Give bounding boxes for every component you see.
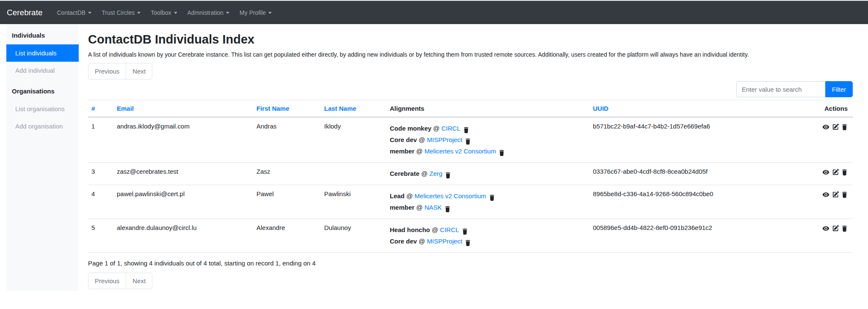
pagination-top: Previous Next (88, 63, 853, 79)
chevron-down-icon (226, 12, 229, 14)
uuid-cell: 005896e5-dd4b-4822-8ef0-091b236e91c2 (590, 219, 776, 253)
nav-toolbox[interactable]: Toolbox (151, 9, 177, 16)
org-link[interactable]: CIRCL (440, 226, 459, 233)
org-link[interactable]: Zerg (430, 170, 443, 177)
alignment-role: Head honcho (390, 226, 430, 233)
remove-alignment-button[interactable] (462, 228, 468, 235)
nav-administration[interactable]: Admnistration (187, 9, 230, 16)
nav-administration-label: Admnistration (187, 9, 224, 16)
remove-alignment-button[interactable] (445, 172, 451, 178)
trash-icon (841, 225, 848, 232)
org-link[interactable]: MISPProject (427, 238, 462, 245)
remove-alignment-button[interactable] (463, 126, 469, 133)
table-body: 1andras.iklody@gmail.comAndrasIklodyCode… (88, 117, 853, 253)
org-link[interactable]: CIRCL (441, 125, 460, 132)
row-id-cell: 5 (88, 219, 113, 253)
next-button-bottom[interactable]: Next (126, 273, 152, 289)
remove-alignment-button[interactable] (489, 194, 495, 201)
trash-icon (499, 150, 505, 156)
alignment-item: Code monkey @ CIRCL (390, 123, 586, 134)
alignment-separator: @ (417, 136, 427, 143)
alignment-item: member @ NASK (390, 202, 586, 213)
page-description: A list of individuals known by your Cere… (88, 51, 853, 58)
alignment-role: member (390, 204, 414, 211)
eye-icon (822, 123, 829, 131)
previous-button-bottom[interactable]: Previous (88, 273, 126, 289)
nav-contactdb-label: ContactDB (57, 9, 86, 16)
chevron-down-icon (137, 12, 141, 14)
column-header-last-name[interactable]: Last Name (321, 100, 386, 118)
trash-icon (489, 194, 495, 201)
delete-button[interactable] (841, 190, 848, 198)
sidebar-item-add-individual[interactable]: Add individual (6, 62, 79, 79)
sidebar-item-list-organisations[interactable]: List organisations (6, 100, 79, 118)
column-header-actions: Actions (776, 100, 853, 118)
edit-button[interactable] (832, 190, 839, 198)
page-title: ContactDB Individuals Index (88, 32, 853, 47)
nav-my-profile[interactable]: My Profile (240, 9, 272, 16)
trash-icon (444, 206, 451, 212)
remove-alignment-button[interactable] (465, 239, 471, 246)
email-cell: andras.iklody@gmail.com (113, 117, 253, 163)
view-button[interactable] (822, 190, 829, 198)
edit-button[interactable] (832, 168, 839, 175)
column-header-first-name[interactable]: First Name (253, 100, 321, 118)
chevron-down-icon (174, 12, 177, 14)
main-content: ContactDB Individuals Index A list of in… (79, 24, 868, 298)
edit-button[interactable] (832, 224, 839, 232)
view-button[interactable] (822, 224, 829, 232)
last-name-cell: Pawlinski (321, 185, 386, 219)
pencil-square-icon (832, 169, 839, 175)
pagination-bottom: Previous Next (88, 273, 853, 289)
delete-button[interactable] (841, 224, 848, 232)
table-header-row: # Email First Name Last Name Alignments … (88, 100, 853, 118)
alignments-cell: Code monkey @ CIRCLCore dev @ MISPProjec… (386, 117, 590, 163)
remove-alignment-button[interactable] (465, 138, 471, 145)
nav-toolbox-label: Toolbox (151, 9, 171, 16)
table-row: 3zasz@cerebrates.testZaszCerebrate @ Zer… (88, 163, 853, 185)
uuid-cell: b571bc22-b9af-44c7-b4b2-1d57e669efa6 (590, 117, 776, 163)
previous-button[interactable]: Previous (88, 63, 126, 79)
individuals-table: # Email First Name Last Name Alignments … (88, 100, 853, 253)
delete-button[interactable] (841, 123, 848, 130)
edit-button[interactable] (832, 123, 839, 130)
nav-contactdb[interactable]: ContactDB (57, 9, 92, 16)
alignment-role: Core dev (390, 238, 417, 245)
top-navbar: Cerebrate ContactDB Trust Circles Toolbo… (0, 0, 868, 24)
org-link[interactable]: Melicertes v2 Consortium (415, 192, 486, 200)
org-link[interactable]: NASK (424, 204, 442, 211)
remove-alignment-button[interactable] (499, 149, 505, 156)
alignment-item: member @ Melicertes v2 Consortium (390, 145, 586, 157)
pencil-square-icon (832, 191, 839, 198)
alignment-separator: @ (430, 226, 440, 233)
first-name-cell: Pawel (253, 185, 321, 219)
column-header-id[interactable]: # (88, 100, 113, 118)
nav-trust-circles[interactable]: Trust Circles (102, 9, 141, 16)
delete-button[interactable] (841, 168, 848, 175)
sidebar-item-list-individuals[interactable]: List individuals (6, 44, 79, 62)
search-input[interactable] (736, 81, 825, 97)
alignment-separator: @ (431, 125, 441, 132)
sidebar-section-organisations: Organisations (6, 82, 79, 100)
app-brand[interactable]: Cerebrate (7, 8, 43, 17)
view-button[interactable] (822, 168, 829, 176)
first-name-cell: Zasz (253, 163, 321, 185)
org-link[interactable]: Melicertes v2 Consortium (424, 148, 496, 155)
pencil-square-icon (832, 123, 839, 130)
last-name-cell (321, 163, 386, 185)
org-link[interactable]: MISPProject (427, 136, 462, 143)
alignment-role: Lead (390, 192, 405, 200)
view-button[interactable] (822, 123, 829, 131)
filter-button[interactable]: Filter (825, 81, 853, 97)
alignment-item: Core dev @ MISPProject (390, 235, 586, 247)
remove-alignment-button[interactable] (444, 205, 451, 212)
alignment-separator: @ (414, 204, 424, 211)
sidebar-item-add-organisation[interactable]: Add organisation (6, 118, 79, 135)
alignment-role: member (390, 148, 414, 155)
next-button[interactable]: Next (126, 63, 152, 79)
column-header-uuid[interactable]: UUID (590, 100, 776, 118)
filter-bar: Filter (88, 81, 853, 97)
column-header-email[interactable]: Email (113, 100, 253, 118)
email-cell: pawel.pawlinski@cert.pl (113, 185, 253, 219)
uuid-cell: 8965be8d-c336-4a14-9268-560c894c0be0 (590, 185, 776, 219)
